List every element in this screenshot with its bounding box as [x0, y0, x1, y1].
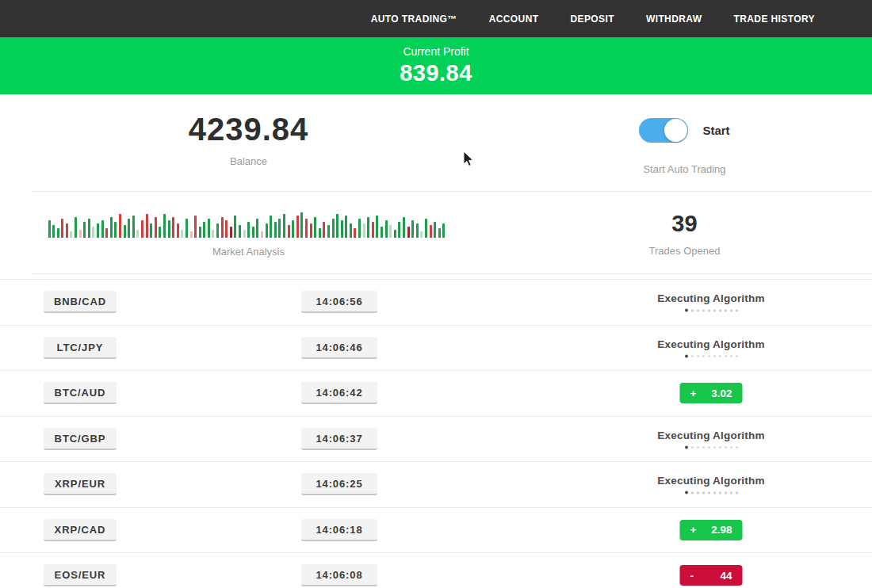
- trade-rows-list: BNB/CAD14:06:56Executing AlgorithmLTC/JP…: [0, 279, 872, 588]
- nav-item-trade-history[interactable]: TRADE HISTORY: [733, 13, 815, 25]
- pair-badge[interactable]: BTC/AUD: [44, 382, 117, 404]
- trade-time-badge[interactable]: 14:06:08: [301, 564, 377, 586]
- market-bar: [420, 231, 423, 238]
- market-bar: [381, 227, 383, 238]
- market-bar: [425, 219, 427, 238]
- progress-dots-icon: [620, 491, 802, 494]
- market-bar: [367, 217, 369, 238]
- market-bar: [336, 214, 338, 238]
- pair-badge[interactable]: BTC/GBP: [44, 428, 117, 450]
- market-bar: [110, 217, 113, 238]
- market-bar: [48, 220, 51, 238]
- trade-time-badge[interactable]: 14:06:37: [301, 428, 377, 450]
- market-bar: [101, 220, 104, 238]
- market-bar: [247, 222, 250, 238]
- executing-status: Executing Algorithm: [620, 429, 802, 449]
- market-bar: [292, 220, 294, 238]
- market-bar: [300, 212, 303, 238]
- market-bar: [345, 216, 347, 238]
- nav-item-account[interactable]: ACCOUNT: [489, 13, 539, 25]
- market-bar: [234, 216, 236, 238]
- nav-item-deposit[interactable]: DEPOSIT: [570, 13, 614, 25]
- market-bar: [208, 219, 210, 238]
- market-bar: [256, 219, 258, 238]
- executing-status-label: Executing Algorithm: [620, 292, 802, 304]
- market-bar: [172, 217, 174, 238]
- market-bar: [212, 230, 214, 238]
- pair-badge[interactable]: BNB/CAD: [44, 291, 117, 313]
- executing-status-label: Executing Algorithm: [620, 429, 802, 441]
- market-bar: [261, 231, 263, 238]
- result-sign: +: [690, 388, 697, 399]
- table-row: XRP/CAD14:06:18+2.98: [0, 507, 872, 553]
- trade-result-badge: +3.02: [680, 383, 743, 403]
- result-value: 3.02: [711, 388, 732, 399]
- progress-dots-icon: [620, 354, 802, 357]
- nav-item-auto-trading[interactable]: AUTO TRADING™: [371, 13, 457, 25]
- trade-result-badge: +2.98: [680, 520, 743, 540]
- executing-status: Executing Algorithm: [620, 475, 802, 494]
- market-bar: [124, 225, 126, 238]
- market-bar: [97, 223, 99, 238]
- executing-status-label: Executing Algorithm: [620, 338, 802, 349]
- market-bar: [239, 225, 241, 238]
- market-bar: [88, 219, 90, 238]
- table-row: BNB/CAD14:06:56Executing Algorithm: [0, 279, 872, 325]
- nav-item-withdraw[interactable]: WITHDRAW: [646, 13, 702, 25]
- market-bar: [350, 223, 352, 238]
- current-profit-label: Current Profit: [403, 45, 469, 58]
- market-bar: [203, 222, 205, 238]
- top-nav-bar: AUTO TRADING™ACCOUNTDEPOSITWITHDRAWTRADE…: [0, 0, 872, 37]
- market-bar: [185, 219, 188, 238]
- executing-status: Executing Algorithm: [620, 338, 802, 357]
- balance-value: 4239.84: [189, 112, 309, 147]
- result-sign: +: [690, 524, 697, 536]
- progress-dots-icon: [620, 445, 802, 449]
- market-bar: [177, 223, 179, 238]
- market-bar: [274, 222, 277, 238]
- market-bar: [270, 216, 272, 238]
- market-bar: [403, 217, 405, 238]
- trade-time-badge[interactable]: 14:06:56: [301, 291, 377, 313]
- trade-time-badge[interactable]: 14:06:25: [301, 473, 377, 495]
- market-bar: [199, 227, 201, 238]
- trade-time-badge[interactable]: 14:06:18: [301, 519, 377, 541]
- market-bar: [79, 230, 82, 238]
- market-bar: [411, 220, 414, 238]
- market-bar: [128, 219, 130, 238]
- market-bar: [442, 223, 445, 238]
- market-bar: [136, 230, 139, 238]
- balance-label: Balance: [230, 155, 267, 167]
- pair-badge[interactable]: XRP/EUR: [44, 473, 117, 495]
- market-bar: [243, 230, 246, 238]
- auto-trading-toggle[interactable]: [639, 118, 688, 143]
- current-profit-banner: Current Profit 839.84: [0, 37, 872, 94]
- market-bar: [288, 225, 290, 238]
- result-sign: -: [690, 570, 694, 582]
- pair-badge[interactable]: XRP/CAD: [44, 519, 117, 541]
- market-bar: [194, 216, 197, 238]
- market-bar: [141, 220, 143, 238]
- market-bar: [310, 223, 312, 238]
- market-bar: [434, 222, 436, 238]
- market-bar: [52, 225, 55, 238]
- market-bar: [114, 222, 117, 238]
- market-bar: [190, 231, 193, 238]
- result-value: 44: [720, 570, 732, 582]
- pair-badge[interactable]: EOS/EUR: [44, 564, 117, 586]
- market-bar: [216, 223, 219, 238]
- market-bar: [105, 228, 108, 238]
- trade-time-badge[interactable]: 14:06:46: [301, 337, 377, 359]
- market-bar: [372, 222, 374, 238]
- market-bar: [314, 217, 316, 238]
- market-bar: [221, 217, 224, 238]
- current-profit-value: 839.84: [400, 60, 472, 86]
- trades-opened-value: 39: [671, 211, 697, 237]
- pair-badge[interactable]: LTC/JPY: [44, 337, 117, 359]
- trade-time-badge[interactable]: 14:06:42: [301, 382, 377, 404]
- market-bar: [430, 225, 432, 238]
- table-row: BTC/GBP14:06:37Executing Algorithm: [0, 416, 872, 462]
- toggle-caption: Start Auto Trading: [643, 163, 725, 175]
- auto-trading-toggle-block: Start Start Auto Trading: [497, 112, 872, 175]
- market-bar: [394, 230, 396, 238]
